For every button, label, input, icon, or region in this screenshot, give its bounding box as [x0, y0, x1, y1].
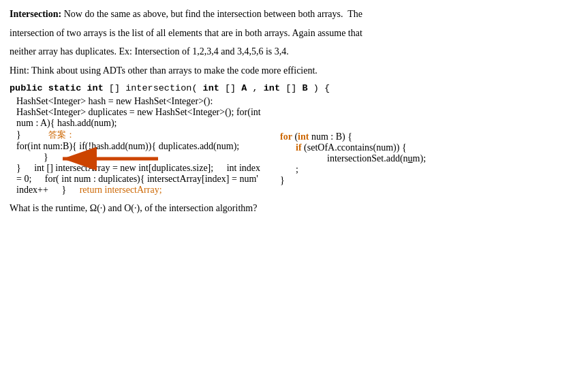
- code-line-2: HashSet<Integer> duplicates = new HashSe…: [16, 107, 234, 117]
- kw-static: static: [48, 83, 82, 93]
- code-line-9: }: [44, 152, 48, 162]
- right-line-2: if (setOfA.ccontains(num)) {: [275, 142, 578, 153]
- problem-label: Intersection:: [10, 9, 61, 19]
- code-line-17: return intersectArray;: [69, 185, 162, 195]
- code-line-14: intersectArray[index] = num': [147, 174, 258, 184]
- right-line-4: ;: [275, 164, 578, 175]
- right-line-5: }: [275, 175, 578, 186]
- kw-int2: int: [203, 83, 219, 93]
- code-line-1: HashSet<Integer> hash = new HashSet<Inte…: [16, 96, 213, 106]
- kw-int3: int: [264, 83, 280, 93]
- code-line-15: index++: [16, 185, 48, 195]
- problem-intro-text: Now do the same as above, but find the i…: [64, 9, 362, 19]
- arrow-icon: [57, 145, 159, 172]
- right-line-1: for (int num : B) {: [275, 131, 578, 142]
- kw-int: int: [87, 83, 103, 93]
- code-line-5: }: [16, 129, 21, 140]
- code-line-8: duplicates.add(num);: [159, 141, 240, 151]
- problem-intro: Intersection: Now do the same as above, …: [10, 7, 578, 22]
- problem-line3: neither array has duplicates. Ex: Inters…: [10, 44, 578, 59]
- question-text: What is the runtime, Ω(·) and O(·), of t…: [10, 201, 578, 215]
- code-line-4: hash.add(num);: [57, 118, 117, 128]
- problem-line2: intersection of two arrays is the list o…: [10, 26, 578, 41]
- kw-public: public: [10, 83, 43, 93]
- hint-text: Hint: Think about using ADTs other than …: [10, 63, 578, 78]
- code-line-10: }: [16, 163, 21, 173]
- code-area: HashSet<Integer> hash = new HashSet<Inte…: [16, 96, 578, 196]
- code-line-16: }: [50, 185, 66, 195]
- code-left-column: HashSet<Integer> hash = new HashSet<Inte…: [16, 96, 262, 196]
- code-signature-line: public static int [] intersection( int […: [10, 83, 578, 93]
- right-line-3: intersectionSet.add(num);: [275, 153, 578, 164]
- answer-label-row: } 答案：: [16, 129, 262, 141]
- right-code-block: for (int num : B) { if (setOfA.ccontains…: [275, 131, 578, 186]
- answer-label: 答案：: [48, 129, 75, 141]
- problem-statement: Intersection: Now do the same as above, …: [10, 7, 578, 78]
- code-line-13: for( int num : duplicates){: [34, 174, 145, 184]
- code-right-column: for (int num : B) { if (setOfA.ccontains…: [262, 96, 578, 196]
- arrow-row: }: [16, 152, 262, 163]
